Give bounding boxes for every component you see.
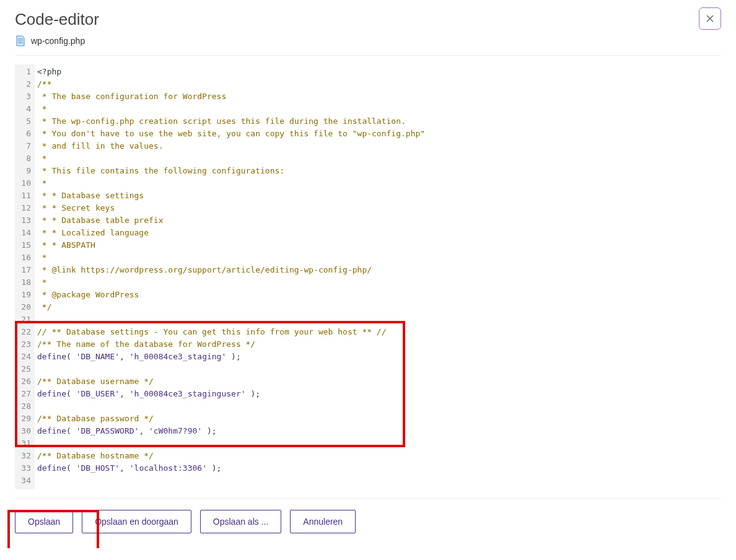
- code-line[interactable]: *: [37, 152, 719, 165]
- code-line[interactable]: /** Database hostname */: [37, 450, 719, 462]
- line-number: 11: [16, 190, 31, 202]
- line-number: 12: [16, 202, 31, 214]
- code-line[interactable]: * You don't have to use the web site, yo…: [37, 128, 719, 140]
- footer-divider: [15, 498, 721, 499]
- save-and-continue-button[interactable]: Opslaan en doorgaan: [82, 510, 191, 533]
- code-line[interactable]: *: [37, 252, 719, 264]
- line-number: 8: [16, 152, 31, 165]
- code-line[interactable]: define( 'DB_PASSWORD', 'cW0hm7?90' );: [37, 425, 719, 437]
- code-line[interactable]: [37, 437, 719, 450]
- line-number: 1: [16, 66, 31, 78]
- code-line[interactable]: /** Database username */: [37, 375, 719, 388]
- line-number: 25: [16, 363, 31, 375]
- divider: [15, 55, 721, 56]
- save-as-button[interactable]: Opslaan als ...: [200, 510, 282, 533]
- page-title: Code-editor: [15, 10, 99, 29]
- code-line[interactable]: */: [37, 301, 719, 313]
- line-number: 10: [16, 177, 31, 190]
- code-line[interactable]: /** Database password */: [37, 413, 719, 425]
- code-line[interactable]: *: [37, 103, 719, 115]
- code-line[interactable]: /** The name of the database for WordPre…: [37, 338, 719, 351]
- line-number: 7: [16, 140, 31, 152]
- cancel-button[interactable]: Annuleren: [290, 510, 356, 533]
- line-number: 15: [16, 239, 31, 252]
- code-line[interactable]: * * Database settings: [37, 190, 719, 202]
- footer-actions: Opslaan Opslaan en doorgaan Opslaan als …: [15, 510, 721, 533]
- line-number: 28: [16, 400, 31, 413]
- line-number: 17: [16, 264, 31, 276]
- code-line[interactable]: [37, 400, 719, 413]
- line-number: 13: [16, 214, 31, 227]
- code-line[interactable]: [37, 363, 719, 375]
- code-line[interactable]: * This file contains the following confi…: [37, 165, 719, 177]
- code-editor[interactable]: 1234567891011121314151617181920212223242…: [15, 64, 721, 489]
- line-number: 27: [16, 388, 31, 400]
- line-number: 18: [16, 276, 31, 289]
- file-row: wp-config.php: [15, 35, 99, 46]
- code-line[interactable]: *: [37, 276, 719, 289]
- line-number: 20: [16, 301, 31, 313]
- code-line[interactable]: * * Localized language: [37, 227, 719, 239]
- line-number: 30: [16, 425, 31, 437]
- line-number: 29: [16, 413, 31, 425]
- line-number: 5: [16, 115, 31, 128]
- code-line[interactable]: *: [37, 177, 719, 190]
- code-line[interactable]: define( 'DB_HOST', 'localhost:3306' );: [37, 462, 719, 475]
- code-line[interactable]: * @link https://wordpress.org/support/ar…: [37, 264, 719, 276]
- line-number: 9: [16, 165, 31, 177]
- code-line[interactable]: [37, 475, 719, 487]
- line-number: 34: [16, 475, 31, 487]
- line-number: 16: [16, 252, 31, 264]
- line-number: 4: [16, 103, 31, 115]
- code-line[interactable]: * and fill in the values.: [37, 140, 719, 152]
- line-number: 2: [16, 78, 31, 90]
- code-line[interactable]: // ** Database settings - You can get th…: [37, 326, 719, 338]
- filename-label: wp-config.php: [31, 36, 85, 46]
- line-number: 26: [16, 375, 31, 388]
- code-line[interactable]: * * Database table prefix: [37, 214, 719, 227]
- line-number: 22: [16, 326, 31, 338]
- code-line[interactable]: * * ABSPATH: [37, 239, 719, 252]
- line-number: 3: [16, 90, 31, 103]
- file-icon: [15, 35, 26, 46]
- code-line[interactable]: * * Secret keys: [37, 202, 719, 214]
- code-line[interactable]: define( 'DB_USER', 'h_00084ce3_stagingus…: [37, 388, 719, 400]
- line-number: 31: [16, 437, 31, 450]
- line-number-gutter: 1234567891011121314151617181920212223242…: [15, 64, 35, 489]
- save-button[interactable]: Opslaan: [15, 510, 73, 533]
- close-button[interactable]: [699, 7, 721, 30]
- code-line[interactable]: [37, 313, 719, 326]
- line-number: 33: [16, 462, 31, 475]
- code-line[interactable]: * The base configuration for WordPress: [37, 90, 719, 103]
- code-line[interactable]: * The wp-config.php creation script uses…: [37, 115, 719, 128]
- close-icon: [706, 14, 714, 23]
- line-number: 23: [16, 338, 31, 351]
- code-line[interactable]: /**: [37, 78, 719, 90]
- line-number: 19: [16, 289, 31, 301]
- line-number: 21: [16, 313, 31, 326]
- line-number: 24: [16, 351, 31, 363]
- code-line[interactable]: * @package WordPress: [37, 289, 719, 301]
- line-number: 14: [16, 227, 31, 239]
- code-line[interactable]: define( 'DB_NAME', 'h_00084ce3_staging' …: [37, 351, 719, 363]
- code-content[interactable]: <?php/** * The base configuration for Wo…: [35, 64, 721, 489]
- code-line[interactable]: <?php: [37, 66, 719, 78]
- line-number: 32: [16, 450, 31, 462]
- line-number: 6: [16, 128, 31, 140]
